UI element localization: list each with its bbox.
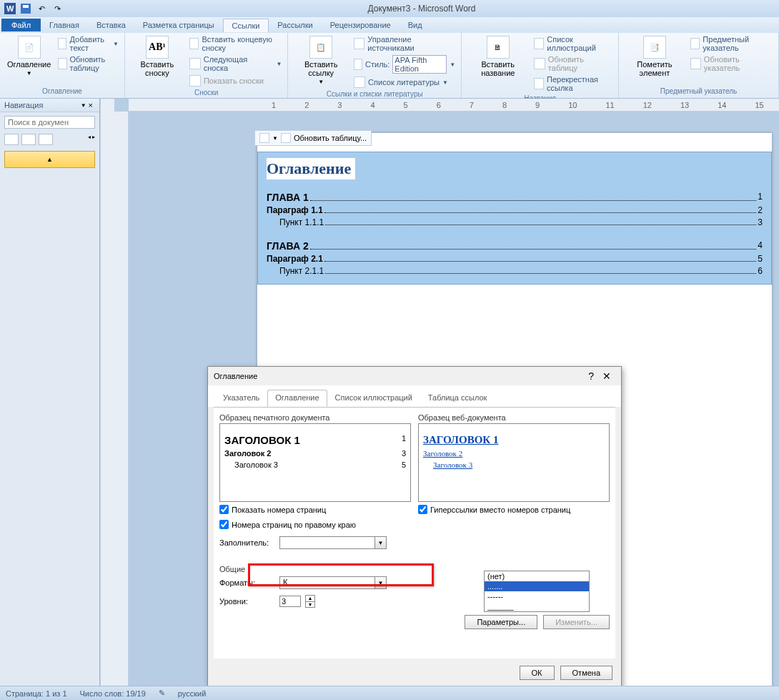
tab-view[interactable]: Вид: [400, 19, 431, 31]
update-captions-button[interactable]: Обновить таблицу: [532, 54, 614, 73]
bibliography-button[interactable]: Список литературы ▼: [352, 76, 457, 89]
formats-combo[interactable]: К▼: [279, 576, 387, 589]
update-toc-button[interactable]: Обновить таблицу: [56, 54, 120, 73]
leader-option[interactable]: (нет): [485, 571, 589, 581]
add-text-button[interactable]: Добавить текст ▼: [56, 34, 120, 53]
toc-row[interactable]: Пункт 1.1.13: [267, 217, 763, 227]
plus-icon: [58, 38, 66, 49]
insert-caption-button[interactable]: 🗎Вставить название: [466, 34, 530, 79]
toc-field[interactable]: Оглавление ГЛАВА 11Параграф 1.12Пункт 1.…: [257, 152, 772, 285]
help-icon[interactable]: ?: [584, 370, 598, 382]
titlebar: W ↶ ↷ Документ3 - Microsoft Word: [0, 0, 779, 17]
web-preview-label: Образец веб-документа: [418, 413, 610, 422]
save-icon[interactable]: [19, 1, 33, 16]
svg-rect-3: [23, 5, 29, 8]
insert-endnote-button[interactable]: Вставить концевую сноску: [188, 34, 284, 53]
tab-mailings[interactable]: Рассылки: [269, 19, 321, 31]
right-align-checkbox[interactable]: Номера страниц по правому краю: [219, 520, 411, 529]
cancel-button[interactable]: Отмена: [560, 666, 612, 680]
levels-spinner[interactable]: [279, 596, 301, 607]
leader-option[interactable]: ------: [485, 591, 589, 601]
toc-row[interactable]: ГЛАВА 24: [267, 240, 763, 252]
print-preview: ЗАГОЛОВОК 11Заголовок 23Заголовок 35: [219, 423, 411, 502]
nav-tab-results[interactable]: [39, 134, 53, 145]
close-icon[interactable]: ✕: [598, 370, 615, 382]
nav-title: Навигация: [4, 101, 81, 109]
leader-combo[interactable]: ▼: [279, 536, 387, 549]
show-pages-checkbox[interactable]: Показать номера страниц: [219, 505, 411, 514]
search-input[interactable]: [4, 116, 95, 129]
leader-label: Заполнитель:: [219, 538, 275, 547]
status-words[interactable]: Число слов: 19/19: [80, 689, 146, 698]
tab-insert[interactable]: Вставка: [88, 19, 134, 31]
vertical-ruler[interactable]: [114, 112, 129, 686]
refresh-icon: [58, 58, 66, 69]
navigation-pane: Навигация ▼ × ◂ ▸ ▲: [0, 99, 100, 686]
hyperlinks-checkbox[interactable]: Гиперссылки вместо номеров страниц: [418, 505, 610, 514]
nav-tab-pages[interactable]: [21, 134, 36, 145]
ruler-toggle[interactable]: [100, 99, 114, 686]
dialog-tab-authorities[interactable]: Таблица ссылок: [420, 390, 495, 407]
toc-button[interactable]: 📄Оглавление▼: [4, 34, 54, 78]
ok-button[interactable]: ОК: [520, 666, 555, 680]
toc-row[interactable]: Параграф 1.12: [267, 205, 763, 215]
formats-label: Форматы:: [219, 578, 275, 587]
dialog-tab-index[interactable]: Указатель: [215, 390, 267, 407]
toc-row[interactable]: Пункт 2.1.16: [267, 266, 763, 276]
toc-dialog: Оглавление ? ✕ Указатель Оглавление Спис…: [207, 366, 622, 688]
status-page[interactable]: Страница: 1 из 1: [6, 689, 67, 698]
status-language[interactable]: русский: [178, 689, 206, 698]
nav-tab-headings[interactable]: [4, 134, 19, 145]
next-footnote-button[interactable]: Следующая сноска ▼: [188, 54, 284, 73]
insert-index-button[interactable]: Предметный указатель: [689, 34, 774, 53]
undo-icon[interactable]: ↶: [34, 1, 49, 16]
proofing-icon[interactable]: ✎: [159, 689, 165, 698]
menubar: Файл Главная Вставка Разметка страницы С…: [0, 17, 779, 33]
redo-icon[interactable]: ↷: [50, 1, 64, 16]
nav-collapse-button[interactable]: ▲: [4, 151, 95, 168]
toc-field-toolbar[interactable]: ▼ Обновить таблицу...: [254, 130, 372, 146]
spinner-down-icon[interactable]: ▼: [306, 602, 314, 608]
tab-review[interactable]: Рецензирование: [322, 19, 400, 31]
toc-icon: [259, 133, 269, 143]
group-toc: 📄Оглавление▼ Добавить текст ▼ Обновить т…: [0, 33, 125, 98]
print-preview-label: Образец печатного документа: [219, 413, 411, 422]
insert-citation-button[interactable]: 📋Вставить ссылку▼: [292, 34, 349, 87]
dialog-tab-figures[interactable]: Список иллюстраций: [327, 390, 420, 407]
toc-row[interactable]: Параграф 2.15: [267, 254, 763, 264]
horizontal-ruler[interactable]: 1234567891011121314151617: [129, 99, 779, 112]
manage-sources-button[interactable]: Управление источниками: [352, 34, 457, 53]
dialog-titlebar[interactable]: Оглавление ? ✕: [208, 367, 621, 385]
window-title: Документ3 - Microsoft Word: [64, 4, 779, 14]
group-citations: 📋Вставить ссылку▼ Управление источниками…: [288, 33, 462, 98]
group-captions: 🗎Вставить название Список иллюстраций Об…: [462, 33, 619, 98]
params-button[interactable]: Параметры...: [465, 615, 537, 629]
tab-references[interactable]: Ссылки: [223, 19, 269, 32]
levels-label: Уровни:: [219, 597, 275, 606]
tab-layout[interactable]: Разметка страницы: [134, 19, 223, 31]
show-notes-button[interactable]: Показать сноски: [188, 74, 284, 87]
ribbon: 📄Оглавление▼ Добавить текст ▼ Обновить т…: [0, 33, 779, 99]
update-index-button[interactable]: Обновить указатель: [689, 54, 774, 73]
mark-entry-button[interactable]: 📑Пометить элемент: [623, 34, 686, 79]
modify-button: Изменить...: [543, 615, 610, 629]
leader-dropdown[interactable]: (нет).......------______: [484, 571, 590, 612]
leader-option[interactable]: ______: [485, 601, 589, 611]
list-figures-button[interactable]: Список иллюстраций: [532, 34, 614, 53]
leader-option[interactable]: .......: [485, 581, 589, 591]
refresh-icon: [281, 133, 291, 143]
svg-text:W: W: [6, 4, 14, 13]
insert-footnote-button[interactable]: AB¹Вставить сноску: [129, 34, 185, 79]
close-icon[interactable]: ×: [86, 101, 95, 109]
crossref-button[interactable]: Перекрестная ссылка: [532, 74, 614, 93]
chevron-down-icon[interactable]: ▼: [81, 102, 86, 109]
tab-home[interactable]: Главная: [41, 19, 88, 31]
dialog-tab-toc[interactable]: Оглавление: [267, 390, 327, 407]
chevron-down-icon: ▼: [26, 70, 32, 77]
toc-row[interactable]: ГЛАВА 11: [267, 192, 763, 203]
style-button[interactable]: Стиль: APA Fifth Edition▼: [352, 54, 457, 74]
spinner-up-icon[interactable]: ▲: [306, 596, 314, 602]
group-footnotes: AB¹Вставить сноску Вставить концевую сно…: [125, 33, 288, 98]
chevron-icon[interactable]: ◂ ▸: [88, 134, 95, 145]
file-tab[interactable]: Файл: [1, 19, 41, 31]
